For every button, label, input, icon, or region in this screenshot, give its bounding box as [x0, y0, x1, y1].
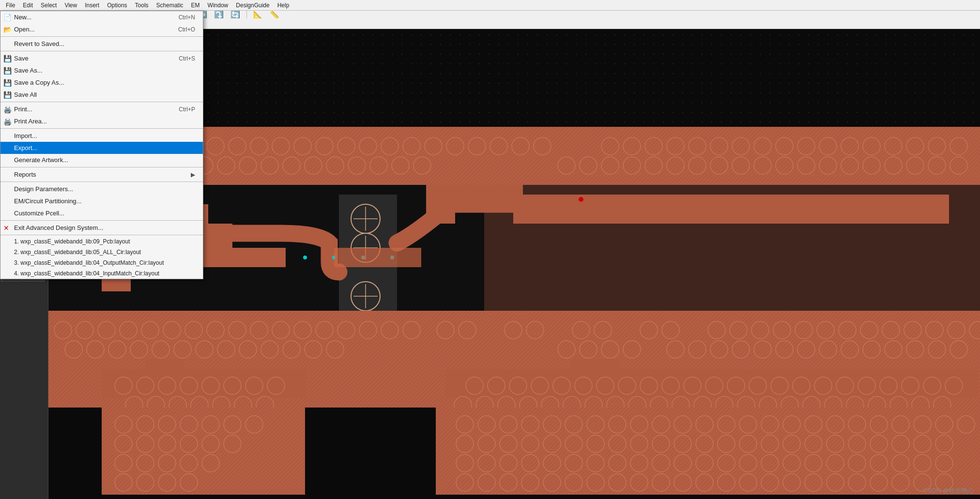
menu-file[interactable]: File [2, 1, 19, 10]
menu-item-save-all[interactable]: 💾 Save All [0, 89, 203, 101]
menu-item-customize-pcell[interactable]: Customize Pcell... [0, 207, 203, 219]
menu-separator-8 [0, 235, 203, 235]
menu-item-exit[interactable]: ✕ Exit Advanced Design System... [0, 222, 203, 234]
menu-item-new[interactable]: 📄 New... Ctrl+N [0, 11, 203, 23]
svg-point-105 [303, 256, 307, 259]
menu-item-save[interactable]: 💾 Save Ctrl+S [0, 52, 203, 64]
menu-item-em-circuit[interactable]: EM/Circuit Partitioning... [0, 195, 203, 207]
menu-insert[interactable]: Insert [81, 1, 103, 10]
menu-separator-3 [0, 102, 203, 102]
menu-separator-6 [0, 181, 203, 182]
save-as-icon: 💾 [3, 67, 12, 75]
menu-separator-7 [0, 220, 203, 221]
save-copy-icon: 💾 [3, 79, 12, 87]
menu-item-save-as[interactable]: 💾 Save As... [0, 64, 203, 76]
svg-rect-396 [334, 248, 421, 267]
svg-point-110 [579, 197, 583, 202]
menu-separator-2 [0, 51, 203, 51]
menu-item-import[interactable]: Import... [0, 130, 203, 142]
menu-separator-4 [0, 128, 203, 129]
menu-separator-5 [0, 167, 203, 167]
menu-item-generate-artwork[interactable]: Generate Artwork... [0, 154, 203, 166]
file-dropdown-menu: 📄 New... Ctrl+N 📂 Open... Ctrl+O Revert … [0, 11, 203, 279]
print-area-icon: 🖨️ [3, 118, 12, 125]
reports-arrow-icon: ▶ [191, 171, 195, 178]
exit-icon: ✕ [3, 224, 9, 232]
menu-separator-1 [0, 36, 203, 37]
watermark: CSDN @拾步晚心 [923, 486, 974, 495]
menu-window[interactable]: Window [204, 1, 232, 10]
svg-rect-184 [145, 359, 184, 369]
new-file-icon: 📄 [3, 14, 12, 21]
menu-edit[interactable]: Edit [19, 1, 37, 10]
menu-options[interactable]: Options [103, 1, 131, 10]
save-all-icon: 💾 [3, 91, 12, 99]
menu-item-export[interactable]: Export... [0, 142, 203, 154]
print-icon: 🖨️ [3, 106, 12, 113]
menubar: File Edit Select View Insert Options Too… [0, 0, 980, 11]
svg-rect-91 [513, 195, 949, 224]
menu-item-design-params[interactable]: Design Parameters... [0, 183, 203, 195]
recent-file-4[interactable]: 4. wxp_classE_widebandd_lib:04_InputMatc… [0, 268, 203, 279]
svg-rect-185 [445, 369, 978, 398]
recent-file-2[interactable]: 2. wxp_classE_widebandd_lib:05_ALL_Cir:l… [0, 247, 203, 257]
menu-em[interactable]: EM [187, 1, 204, 10]
save-icon: 💾 [3, 55, 12, 62]
menu-help[interactable]: Help [274, 1, 293, 10]
menu-item-print[interactable]: 🖨️ Print... Ctrl+P [0, 103, 203, 115]
menu-tools[interactable]: Tools [131, 1, 153, 10]
menu-designguide[interactable]: DesignGuide [232, 1, 273, 10]
svg-rect-186 [571, 359, 620, 369]
menu-item-open[interactable]: 📂 Open... Ctrl+O [0, 23, 203, 35]
menu-view[interactable]: View [61, 1, 81, 10]
recent-file-3[interactable]: 3. wxp_classE_widebandd_lib:04_OutputMat… [0, 257, 203, 268]
recent-file-1[interactable]: 1. wxp_classE_widebandd_lib:09_Pcb:layou… [0, 236, 203, 247]
open-file-icon: 📂 [3, 26, 12, 33]
menu-item-print-area[interactable]: 🖨️ Print Area... [0, 115, 203, 127]
menu-schematic[interactable]: Schematic [153, 1, 187, 10]
menu-item-save-copy[interactable]: 💾 Save a Copy As... [0, 76, 203, 89]
menu-select[interactable]: Select [37, 1, 61, 10]
menu-item-reports[interactable]: Reports ▶ [0, 168, 203, 181]
menu-item-revert[interactable]: Revert to Saved... [0, 38, 203, 50]
